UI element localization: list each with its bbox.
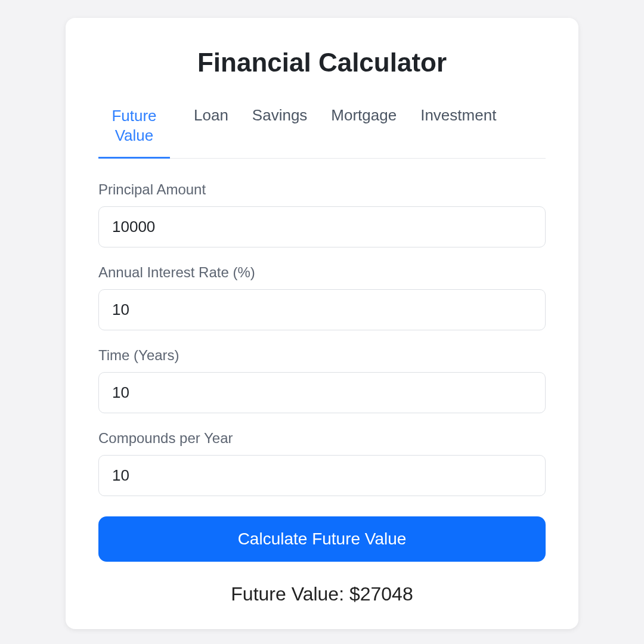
- page-title: Financial Calculator: [98, 48, 546, 78]
- input-compounds[interactable]: [98, 455, 546, 496]
- tab-loan[interactable]: Loan: [194, 106, 228, 158]
- label-rate: Annual Interest Rate (%): [98, 264, 546, 281]
- tab-mortgage[interactable]: Mortgage: [331, 106, 397, 158]
- field-rate: Annual Interest Rate (%): [98, 264, 546, 330]
- input-principal[interactable]: [98, 206, 546, 247]
- field-compounds: Compounds per Year: [98, 430, 546, 496]
- label-time: Time (Years): [98, 347, 546, 364]
- tabs-container: Future Value Loan Savings Mortgage Inves…: [98, 106, 546, 159]
- tab-future-value[interactable]: Future Value: [98, 106, 170, 158]
- tab-investment[interactable]: Investment: [420, 106, 496, 158]
- field-principal: Principal Amount: [98, 181, 546, 247]
- result-text: Future Value: $27048: [98, 583, 546, 605]
- input-rate[interactable]: [98, 289, 546, 330]
- label-principal: Principal Amount: [98, 181, 546, 198]
- tab-savings[interactable]: Savings: [252, 106, 308, 158]
- calculate-button[interactable]: Calculate Future Value: [98, 516, 546, 562]
- field-time: Time (Years): [98, 347, 546, 413]
- input-time[interactable]: [98, 372, 546, 413]
- label-compounds: Compounds per Year: [98, 430, 546, 447]
- calculator-card: Financial Calculator Future Value Loan S…: [66, 18, 578, 629]
